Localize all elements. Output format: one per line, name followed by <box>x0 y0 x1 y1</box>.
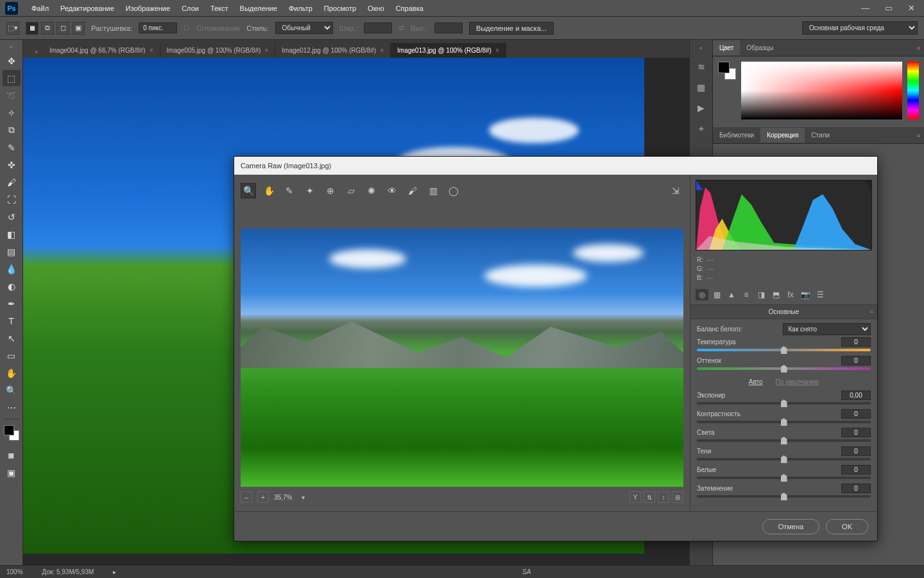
panel-menu-icon[interactable]: ≡ <box>913 45 924 51</box>
crop-tool[interactable]: ⧉ <box>3 122 21 138</box>
menu-image[interactable]: Изображение <box>120 2 176 15</box>
cr-grid-icon[interactable]: ⊞ <box>672 491 683 503</box>
tool-preset-picker[interactable]: ⬚▾ <box>6 22 19 35</box>
blacks-slider[interactable] <box>697 495 871 498</box>
tint-slider[interactable] <box>697 367 871 370</box>
default-link[interactable]: По умолчанию <box>776 378 819 385</box>
quickmask-tool[interactable]: ◙ <box>3 447 21 463</box>
dialog-titlebar[interactable]: Camera Raw (Image013.jpg) <box>234 157 877 175</box>
slider-thumb[interactable] <box>781 346 787 354</box>
blur-tool[interactable]: 💧 <box>3 261 21 277</box>
maximize-button[interactable]: ▭ <box>881 2 896 14</box>
close-icon[interactable]: × <box>264 47 268 54</box>
menu-type[interactable]: Текст <box>205 2 234 15</box>
whites-value[interactable] <box>841 465 871 475</box>
cr-color-sampler-icon[interactable]: ✦ <box>302 183 318 198</box>
lasso-tool[interactable]: ➰ <box>3 87 21 103</box>
path-selection-tool[interactable]: ↖ <box>3 330 21 346</box>
properties-panel-icon[interactable]: ▦ <box>694 80 709 95</box>
curve-tab-icon[interactable]: ▦ <box>710 289 723 301</box>
hand-tool[interactable]: ✋ <box>3 365 21 381</box>
cr-graduated-filter-icon[interactable]: ▥ <box>425 183 441 198</box>
exposure-value[interactable] <box>841 390 871 400</box>
tab-styles[interactable]: Стили <box>805 128 836 143</box>
actions-panel-icon[interactable]: ▶ <box>694 100 709 116</box>
menu-view[interactable]: Просмотр <box>318 2 362 15</box>
slider-thumb[interactable] <box>781 365 787 372</box>
lens-tab-icon[interactable]: ⬒ <box>769 289 782 301</box>
hue-strip[interactable] <box>907 62 919 119</box>
expand-dock-icon[interactable]: « <box>699 45 703 51</box>
tab-color[interactable]: Цвет <box>713 40 740 55</box>
slider-thumb[interactable] <box>781 418 787 426</box>
foreground-color-swatch[interactable] <box>4 425 14 435</box>
histogram[interactable] <box>696 180 872 250</box>
navigator-panel-icon[interactable]: ⌖ <box>694 121 709 136</box>
tint-value[interactable] <box>841 356 871 365</box>
color-swatches[interactable] <box>4 425 19 441</box>
contrast-slider[interactable] <box>697 421 871 423</box>
slider-thumb[interactable] <box>781 493 787 500</box>
selection-intersect-icon[interactable]: ▣ <box>72 22 85 35</box>
split-tab-icon[interactable]: ◨ <box>755 289 767 301</box>
expand-tools-icon[interactable]: » <box>8 42 14 51</box>
edit-toolbar[interactable]: ⋯ <box>3 399 21 416</box>
cr-redeye-tool-icon[interactable]: 👁 <box>384 183 400 198</box>
panel-menu-icon[interactable]: ≡ <box>913 132 924 139</box>
cr-target-adjust-icon[interactable]: ⊕ <box>323 183 338 198</box>
minimize-button[interactable]: — <box>857 2 873 14</box>
fx-tab-icon[interactable]: fx <box>784 289 797 301</box>
menu-window[interactable]: Окно <box>362 2 390 15</box>
shadows-value[interactable] <box>841 446 871 456</box>
pen-tool[interactable]: ✒ <box>3 295 21 311</box>
select-and-mask-button[interactable]: Выделение и маска... <box>469 22 554 35</box>
tabbar-chevron-icon[interactable]: » <box>30 46 43 58</box>
whites-slider[interactable] <box>697 477 871 479</box>
temperature-slider[interactable] <box>697 349 871 351</box>
cr-copy-icon[interactable]: ↕ <box>658 491 669 503</box>
tab-libraries[interactable]: Библиотеки <box>713 128 760 143</box>
hsl-tab-icon[interactable]: ≡ <box>740 289 753 301</box>
close-icon[interactable]: × <box>150 47 153 54</box>
contrast-value[interactable] <box>841 409 871 419</box>
close-button[interactable]: ✕ <box>904 2 919 14</box>
status-zoom[interactable]: 100% <box>6 568 23 575</box>
eraser-tool[interactable]: ◧ <box>3 226 21 242</box>
temperature-value[interactable] <box>841 337 871 347</box>
cr-wb-tool-icon[interactable]: ✎ <box>282 183 297 198</box>
selection-add-icon[interactable]: ⧉ <box>41 22 54 35</box>
cr-zoom-in-icon[interactable]: + <box>257 491 269 503</box>
close-icon[interactable]: × <box>495 47 499 54</box>
auto-link[interactable]: Авто <box>749 378 763 385</box>
move-tool[interactable]: ✥ <box>3 53 21 69</box>
history-brush-tool[interactable]: ↺ <box>3 209 21 225</box>
menu-help[interactable]: Справка <box>390 2 429 15</box>
highlights-slider[interactable] <box>697 439 871 442</box>
cr-zoom-out-icon[interactable]: – <box>241 491 252 503</box>
cr-zoom-value[interactable]: 35,7% <box>274 494 292 501</box>
tab-adjustments[interactable]: Коррекция <box>760 128 805 143</box>
menu-layers[interactable]: Слои <box>176 2 205 15</box>
close-icon[interactable]: × <box>380 47 384 54</box>
presets-tab-icon[interactable]: ☰ <box>814 289 826 301</box>
cr-preferences-icon[interactable]: ⇲ <box>668 183 683 198</box>
brush-tool[interactable]: 🖌 <box>3 174 21 190</box>
style-select[interactable]: Обычный <box>275 22 333 34</box>
cr-compare-icon[interactable]: Y <box>629 491 641 503</box>
panel-swatches[interactable] <box>718 62 736 80</box>
type-tool[interactable]: T <box>3 313 21 329</box>
gradient-tool[interactable]: ▤ <box>3 243 21 259</box>
highlights-value[interactable] <box>841 428 871 437</box>
clone-stamp-tool[interactable]: ⛶ <box>3 191 21 207</box>
panel-fg-swatch[interactable] <box>718 62 730 73</box>
cr-hand-tool-icon[interactable]: ✋ <box>261 183 277 198</box>
dodge-tool[interactable]: ◐ <box>3 278 21 294</box>
slider-thumb[interactable] <box>781 437 787 444</box>
cr-spot-removal-icon[interactable]: ✺ <box>364 183 379 198</box>
doc-tab-3[interactable]: Image013.jpg @ 100% (RGB/8#)× <box>391 43 506 58</box>
detail-tab-icon[interactable]: ▲ <box>725 289 738 301</box>
wb-select[interactable]: Как снято <box>783 323 871 335</box>
slider-thumb[interactable] <box>781 399 787 407</box>
cr-adjustment-brush-icon[interactable]: 🖌 <box>405 183 420 198</box>
cr-radial-filter-icon[interactable]: ◯ <box>446 183 461 198</box>
